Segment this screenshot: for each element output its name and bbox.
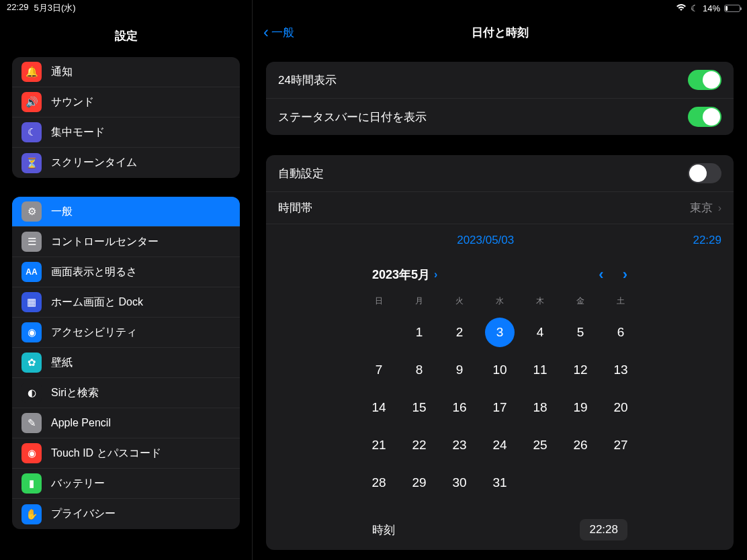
sidebar-item-label: Siriと検索 xyxy=(51,386,99,400)
chevron-left-icon: ‹ xyxy=(263,23,269,42)
weekday-header: 月 xyxy=(399,293,439,314)
calendar-day[interactable]: 24 xyxy=(480,426,520,464)
sidebar-item-control-center[interactable]: ☰コントロールセンター xyxy=(12,227,240,257)
calendar-day[interactable]: 26 xyxy=(560,426,601,464)
sidebar-item-apple-pencil[interactable]: ✎Apple Pencil xyxy=(12,408,240,438)
moon-icon: ☾ xyxy=(21,122,42,142)
calendar-day[interactable]: 20 xyxy=(601,389,641,426)
twenty-four-hour-row[interactable]: 24時間表示 xyxy=(266,62,734,99)
timezone-row[interactable]: 時間帯 東京 › xyxy=(266,192,734,224)
battery-icon xyxy=(724,5,740,12)
calendar-day[interactable]: 10 xyxy=(480,351,520,389)
calendar-day[interactable]: 9 xyxy=(439,351,480,389)
calendar-day[interactable]: 1 xyxy=(399,314,439,351)
sidebar-item-touch-id[interactable]: ◉Touch ID とパスコード xyxy=(12,438,240,469)
status-bar-right: ☾ 14% xyxy=(253,0,747,16)
flower-icon: ✿ xyxy=(21,353,42,373)
main-header: ‹ 一般 日付と時刻 xyxy=(253,16,747,48)
hourglass-icon: ⏳ xyxy=(21,153,42,173)
auto-set-toggle[interactable] xyxy=(688,163,721,183)
date-time-display: 2023/05/03 22:29 xyxy=(266,224,734,256)
sidebar-groups: 🔔通知🔊サウンド☾集中モード⏳スクリーンタイム⚙一般☰コントロールセンターAA画… xyxy=(0,57,252,548)
month-picker[interactable]: 2023年5月 › xyxy=(278,267,437,283)
calendar-day[interactable]: 5 xyxy=(560,314,601,351)
calendar-day[interactable]: 29 xyxy=(399,464,439,502)
prev-month-button[interactable]: ‹ xyxy=(599,266,603,283)
calendar-day[interactable]: 21 xyxy=(359,426,399,464)
settings-sidebar: 22:29 5月3日(水) 設定 🔔通知🔊サウンド☾集中モード⏳スクリーンタイム… xyxy=(0,0,253,560)
calendar-day[interactable]: 13 xyxy=(601,351,641,389)
status-bar-date-row[interactable]: ステータスバーに日付を表示 xyxy=(266,99,734,135)
calendar-day[interactable]: 6 xyxy=(601,314,641,351)
sidebar-item-label: サウンド xyxy=(51,95,94,109)
calendar-day[interactable]: 16 xyxy=(439,389,480,426)
sidebar-item-siri[interactable]: ◐Siriと検索 xyxy=(12,378,240,408)
battery-percent: 14% xyxy=(703,3,720,13)
weekday-header: 金 xyxy=(560,293,601,314)
calendar-day[interactable]: 7 xyxy=(359,351,399,389)
calendar-day[interactable]: 28 xyxy=(359,464,399,502)
sidebar-item-screentime[interactable]: ⏳スクリーンタイム xyxy=(12,148,240,178)
calendar-day[interactable]: 15 xyxy=(399,389,439,426)
calendar-day[interactable]: 2 xyxy=(439,314,480,351)
selected-time[interactable]: 22:29 xyxy=(693,234,721,247)
main-body: 24時間表示 ステータスバーに日付を表示 自動設定 時間帯 東京 › 2023/… xyxy=(253,48,747,560)
sidebar-item-display[interactable]: AA画面表示と明るさ xyxy=(12,257,240,287)
date-time-group: 自動設定 時間帯 東京 › 2023/05/03 22:29 2023年5月 ›… xyxy=(266,155,734,550)
status-bar: 22:29 5月3日(水) xyxy=(0,0,252,16)
calendar-day[interactable]: 19 xyxy=(560,389,601,426)
calendar-day[interactable]: 14 xyxy=(359,389,399,426)
sidebar-item-label: 一般 xyxy=(51,205,73,219)
time-picker-button[interactable]: 22:28 xyxy=(580,519,627,541)
sidebar-item-wallpaper[interactable]: ✿壁紙 xyxy=(12,348,240,378)
calendar-day[interactable]: 17 xyxy=(480,389,520,426)
timezone-value: 東京 xyxy=(690,200,713,216)
sidebar-item-label: 画面表示と明るさ xyxy=(51,265,137,279)
calendar-day[interactable]: 12 xyxy=(560,351,601,389)
grid-icon: ▦ xyxy=(21,292,42,312)
sliders-icon: ☰ xyxy=(21,232,42,252)
calendar-day[interactable]: 11 xyxy=(520,351,560,389)
calendar-day[interactable]: 8 xyxy=(399,351,439,389)
sidebar-item-home-dock[interactable]: ▦ホーム画面と Dock xyxy=(12,287,240,318)
battery-icon: ▮ xyxy=(21,473,42,494)
sidebar-item-label: スクリーンタイム xyxy=(51,156,137,170)
weekday-header: 日 xyxy=(359,293,399,314)
sidebar-item-focus[interactable]: ☾集中モード xyxy=(12,118,240,148)
weekday-header: 木 xyxy=(520,293,560,314)
sidebar-item-privacy[interactable]: ✋プライバシー xyxy=(12,499,240,529)
sidebar-item-label: 通知 xyxy=(51,65,73,79)
next-month-button[interactable]: › xyxy=(623,266,627,283)
status-time: 22:29 xyxy=(7,2,29,14)
twenty-four-hour-toggle[interactable] xyxy=(688,70,721,90)
sidebar-item-battery[interactable]: ▮バッテリー xyxy=(12,469,240,499)
sidebar-item-accessibility[interactable]: ◉アクセシビリティ xyxy=(12,318,240,348)
back-button[interactable]: ‹ 一般 xyxy=(263,23,294,42)
back-label: 一般 xyxy=(271,25,294,40)
sidebar-item-label: コントロールセンター xyxy=(51,235,159,249)
calendar-day[interactable]: 23 xyxy=(439,426,480,464)
calendar-day[interactable]: 31 xyxy=(480,464,520,502)
sidebar-item-label: Touch ID とパスコード xyxy=(51,447,161,461)
sidebar-item-label: 壁紙 xyxy=(51,356,73,370)
calendar-header: 2023年5月 › ‹ › xyxy=(266,256,734,293)
calendar-day[interactable]: 25 xyxy=(520,426,560,464)
sidebar-item-notifications[interactable]: 🔔通知 xyxy=(12,57,240,87)
calendar-day[interactable]: 22 xyxy=(399,426,439,464)
timezone-label: 時間帯 xyxy=(278,200,690,216)
auto-set-row[interactable]: 自動設定 xyxy=(266,155,734,192)
sidebar-item-label: バッテリー xyxy=(51,477,105,491)
sidebar-item-general[interactable]: ⚙一般 xyxy=(12,197,240,227)
sidebar-item-label: Apple Pencil xyxy=(51,417,111,429)
page-title: 日付と時刻 xyxy=(472,25,529,40)
sidebar-item-sounds[interactable]: 🔊サウンド xyxy=(12,87,240,118)
calendar-day[interactable]: 27 xyxy=(601,426,641,464)
calendar-day[interactable]: 3 xyxy=(480,314,520,351)
calendar-day[interactable]: 30 xyxy=(439,464,480,502)
selected-date[interactable]: 2023/05/03 xyxy=(278,234,693,247)
status-bar-date-toggle[interactable] xyxy=(688,107,721,127)
calendar-day[interactable]: 18 xyxy=(520,389,560,426)
bell-icon: 🔔 xyxy=(21,62,42,82)
calendar-day[interactable]: 4 xyxy=(520,314,560,351)
sidebar-item-label: 集中モード xyxy=(51,126,105,140)
